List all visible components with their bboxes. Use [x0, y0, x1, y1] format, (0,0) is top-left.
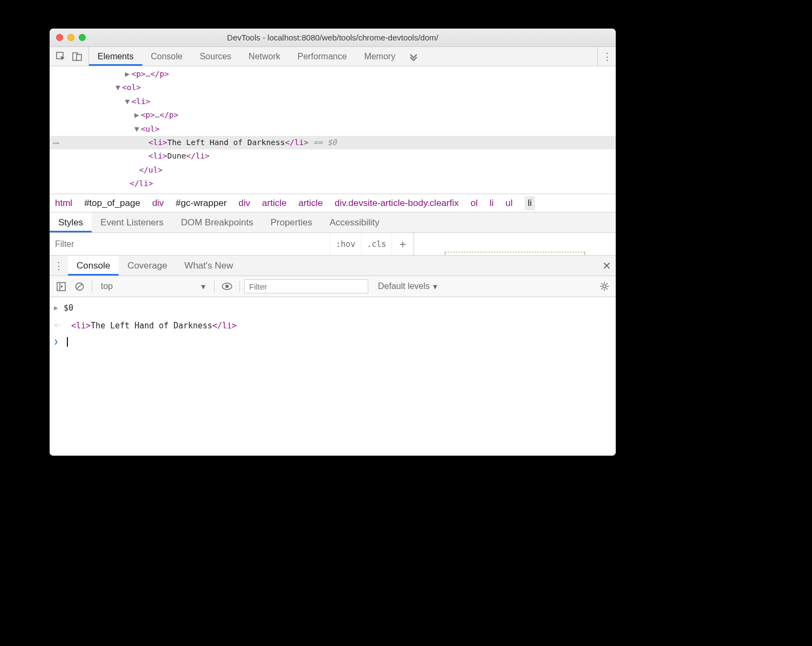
- tab-performance[interactable]: Performance: [289, 47, 356, 66]
- styles-tabs: Styles Event Listeners DOM Breakpoints P…: [50, 212, 616, 232]
- prompt-chevron-icon: ❯: [54, 335, 64, 349]
- log-levels-select[interactable]: Default levels ▾: [370, 281, 445, 292]
- inspect-element-icon[interactable]: [53, 49, 69, 65]
- side-tab-event-listeners[interactable]: Event Listeners: [92, 212, 172, 232]
- side-tab-styles[interactable]: Styles: [50, 212, 92, 232]
- tabs-overflow-icon[interactable]: [404, 52, 423, 61]
- selected-dom-node[interactable]: ⋯ <li>The Left Hand of Darkness</li> == …: [50, 136, 616, 149]
- dom-node[interactable]: <ul>: [141, 125, 160, 133]
- expand-icon[interactable]: ▶: [54, 301, 64, 315]
- clear-console-icon[interactable]: [71, 282, 87, 291]
- crumb[interactable]: div.devsite-article-body.clearfix: [335, 198, 459, 209]
- main-toolbar: Elements Console Sources Network Perform…: [50, 47, 616, 66]
- console-filter-input[interactable]: [244, 279, 368, 293]
- tab-sources[interactable]: Sources: [191, 47, 240, 66]
- execution-context-select[interactable]: top ▾: [97, 281, 210, 292]
- drawer-tab-coverage[interactable]: Coverage: [119, 256, 176, 276]
- svg-rect-2: [77, 54, 81, 60]
- dom-breadcrumb: html #top_of_page div #gc-wrapper div ar…: [50, 194, 616, 212]
- dom-node[interactable]: <p>: [141, 111, 155, 119]
- console-prompt[interactable]: ❯: [50, 334, 616, 350]
- svg-line-14: [607, 288, 608, 290]
- titlebar: DevTools - localhost:8080/web/tools/chro…: [50, 29, 616, 47]
- svg-line-15: [601, 288, 602, 290]
- live-expression-icon[interactable]: [219, 283, 235, 290]
- side-tab-accessibility[interactable]: Accessibility: [321, 212, 388, 232]
- console-row[interactable]: <· <li>The Left Hand of Darkness</li>: [50, 317, 616, 335]
- console-toolbar: top ▾ Default levels ▾: [50, 276, 616, 297]
- crumb[interactable]: ol: [471, 198, 478, 209]
- text-cursor: [67, 337, 68, 347]
- drawer-tab-console[interactable]: Console: [68, 256, 119, 276]
- drawer-tabs: ⋮ Console Coverage What's New ✕: [50, 255, 616, 276]
- tab-console[interactable]: Console: [142, 47, 191, 66]
- drawer-tab-whats-new[interactable]: What's New: [176, 256, 242, 276]
- console-sidebar-toggle-icon[interactable]: [53, 282, 69, 291]
- main-tabs: Elements Console Sources Network Perform…: [89, 47, 423, 66]
- dom-node[interactable]: <ol>: [122, 83, 141, 92]
- chevron-down-icon: ▾: [201, 281, 205, 292]
- box-model-preview: [414, 233, 616, 255]
- crumb[interactable]: html: [55, 198, 72, 209]
- crumb[interactable]: #top_of_page: [84, 198, 140, 209]
- dom-node[interactable]: <li>: [148, 152, 167, 160]
- crumb[interactable]: article: [262, 198, 286, 209]
- dom-node[interactable]: </ul>: [139, 166, 163, 174]
- chevron-down-icon: ▾: [433, 281, 437, 292]
- styles-toolbar: :hov .cls ＋: [50, 232, 616, 255]
- crumb[interactable]: article: [298, 198, 322, 209]
- console-row[interactable]: ▶ $0: [50, 299, 616, 317]
- tab-memory[interactable]: Memory: [355, 47, 404, 66]
- crumb[interactable]: ul: [506, 198, 513, 209]
- svg-point-8: [603, 285, 606, 288]
- kebab-menu-icon[interactable]: ⋮: [597, 47, 616, 66]
- dom-node[interactable]: </li>: [129, 179, 153, 188]
- console-settings-icon[interactable]: [596, 281, 613, 291]
- crumb[interactable]: li: [490, 198, 494, 209]
- drawer-kebab-icon[interactable]: ⋮: [50, 260, 68, 272]
- svg-line-16: [607, 283, 608, 284]
- devtools-window: DevTools - localhost:8080/web/tools/chro…: [50, 29, 616, 456]
- device-toolbar-icon[interactable]: [69, 49, 85, 65]
- svg-point-7: [225, 285, 229, 288]
- close-drawer-icon[interactable]: ✕: [597, 259, 616, 272]
- dom-node[interactable]: <p>: [132, 70, 146, 78]
- tab-network[interactable]: Network: [240, 47, 289, 66]
- tab-elements[interactable]: Elements: [89, 47, 142, 66]
- styles-filter-input[interactable]: [50, 233, 330, 255]
- crumb[interactable]: #gc-wrapper: [176, 198, 227, 209]
- crumb-selected[interactable]: li: [525, 196, 535, 210]
- console-output[interactable]: ▶ $0 <· <li>The Left Hand of Darkness</l…: [50, 297, 616, 456]
- crumb[interactable]: div: [238, 198, 250, 209]
- svg-line-5: [77, 284, 82, 289]
- result-indicator-icon: <·: [54, 319, 64, 332]
- hov-toggle[interactable]: :hov: [330, 233, 361, 255]
- svg-line-13: [601, 283, 602, 284]
- window-title: DevTools - localhost:8080/web/tools/chro…: [50, 33, 616, 42]
- dom-node[interactable]: <li>: [132, 97, 150, 106]
- cls-toggle[interactable]: .cls: [361, 233, 391, 255]
- side-tab-dom-breakpoints[interactable]: DOM Breakpoints: [172, 212, 262, 232]
- side-tab-properties[interactable]: Properties: [262, 212, 321, 232]
- crumb[interactable]: div: [152, 198, 164, 209]
- elements-dom-tree[interactable]: ▶<p>…</p> ▼<ol> ▼<li> ▶<p>…</p> ▼<ul> ⋯ …: [50, 66, 616, 194]
- new-style-rule-icon[interactable]: ＋: [391, 233, 414, 255]
